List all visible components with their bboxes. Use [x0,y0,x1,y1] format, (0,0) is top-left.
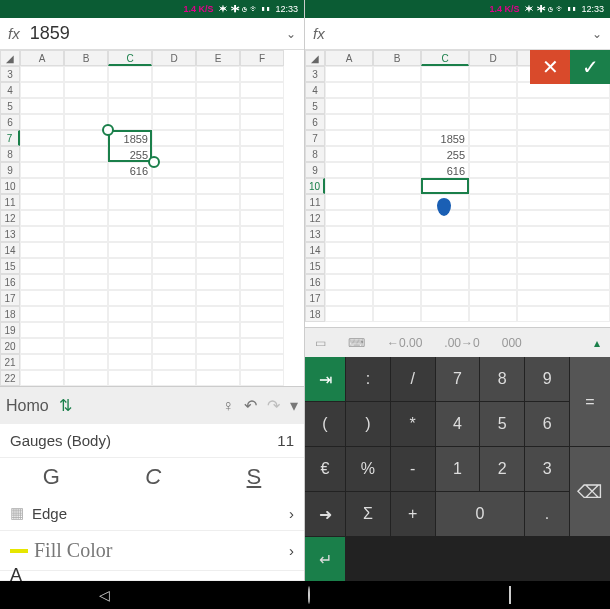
row-header[interactable]: 9 [305,162,325,178]
key-9[interactable]: 9 [525,357,569,401]
more-icon[interactable]: ▾ [290,396,298,415]
multiply-key[interactable]: * [391,402,435,446]
slash-key[interactable]: / [391,357,435,401]
equals-key[interactable]: = [570,357,610,446]
row-header[interactable]: 8 [0,146,20,162]
key-4[interactable]: 4 [436,402,480,446]
row-header[interactable]: 6 [0,114,20,130]
row-header[interactable]: 4 [0,82,20,98]
cancel-button[interactable]: ✕ [530,50,570,84]
row-header[interactable]: 14 [0,242,20,258]
cell-c9[interactable]: 616 [108,162,152,178]
keyboard-mode-icon[interactable]: ⌨ [348,336,365,350]
key-5[interactable]: 5 [480,402,524,446]
row-header[interactable]: 15 [0,258,20,274]
formula-bar[interactable]: fx 1859 ⌄ [0,18,304,50]
row-header[interactable]: 13 [305,226,325,242]
stepper-icon[interactable]: ⇅ [59,396,72,415]
back-button[interactable]: ◁ [99,587,110,603]
key-6[interactable]: 6 [525,402,569,446]
formula-value[interactable]: 1859 [30,23,276,44]
enter-key[interactable]: ↵ [305,537,345,581]
row-header[interactable]: 22 [0,370,20,386]
lparen-key[interactable]: ( [305,402,345,446]
col-header[interactable]: E [196,50,240,66]
row-header[interactable]: 16 [305,274,325,290]
row-header[interactable]: 3 [0,66,20,82]
thousands-icon[interactable]: 000 [502,336,522,350]
row-header[interactable]: 18 [0,306,20,322]
redo-icon[interactable]: ↷ [267,396,280,415]
col-header[interactable]: F [240,50,284,66]
rparen-key[interactable]: ) [346,402,390,446]
col-header[interactable]: B [64,50,108,66]
tab-key[interactable]: ⇥ [305,357,345,401]
row-header[interactable]: 5 [305,98,325,114]
expand-icon[interactable]: ⌄ [286,27,296,41]
bold-style[interactable]: G [43,464,60,490]
row-header[interactable]: 3 [305,66,325,82]
row-header[interactable]: 17 [0,290,20,306]
key-8[interactable]: 8 [480,357,524,401]
fill-color-row[interactable]: Fill Color › [0,531,304,571]
arrow-key[interactable]: ➜ [305,492,345,536]
row-header[interactable]: 8 [305,146,325,162]
row-header[interactable]: 7 [305,130,325,146]
key-0[interactable]: 0 [436,492,525,536]
col-header[interactable]: A [325,50,373,66]
row-header[interactable]: 18 [305,306,325,322]
home-button[interactable] [308,587,310,603]
increase-decimal-icon[interactable]: .00→0 [444,336,479,350]
col-header[interactable]: C [108,50,152,66]
row-header[interactable]: 5 [0,98,20,114]
key-1[interactable]: 1 [436,447,480,491]
row-header[interactable]: 10 [0,178,20,194]
percent-key[interactable]: % [346,447,390,491]
undo-icon[interactable]: ↶ [244,396,257,415]
decimal-key[interactable]: . [525,492,569,536]
edge-row[interactable]: ▦ Edge › [0,496,304,531]
selection-handle[interactable] [102,124,114,136]
row-header[interactable]: 16 [0,274,20,290]
row-header[interactable]: 15 [305,258,325,274]
row-header[interactable]: 12 [0,210,20,226]
confirm-button[interactable]: ✓ [570,50,610,84]
key-3[interactable]: 3 [525,447,569,491]
row-header[interactable]: 4 [305,82,325,98]
row-header[interactable]: 6 [305,114,325,130]
minus-key[interactable]: - [391,447,435,491]
decrease-decimal-icon[interactable]: ←0.00 [387,336,422,350]
key-2[interactable]: 2 [480,447,524,491]
col-header[interactable]: B [373,50,421,66]
row-header[interactable]: 11 [0,194,20,210]
select-all-corner[interactable]: ◢ [305,50,325,66]
select-all-corner[interactable]: ◢ [0,50,20,66]
italic-style[interactable]: C [145,464,161,490]
col-header[interactable]: D [469,50,517,66]
formula-bar[interactable]: fx ⌄ [305,18,610,50]
lightbulb-icon[interactable]: ♀ [222,397,234,415]
selection-handle[interactable] [148,156,160,168]
plus-key[interactable]: + [391,492,435,536]
cell-c7[interactable]: 1859 [421,130,469,146]
row-header[interactable]: 7 [0,130,20,146]
col-header[interactable]: C [421,50,469,66]
collapse-icon[interactable]: ▴ [594,336,600,350]
cell-c9[interactable]: 616 [421,162,469,178]
row-header[interactable]: 21 [0,354,20,370]
expand-icon[interactable]: ⌄ [592,27,602,41]
tablet-mode-icon[interactable]: ▭ [315,336,326,350]
font-color-row[interactable]: A [0,571,304,581]
backspace-key[interactable]: ⌫ [570,447,610,536]
row-header[interactable]: 9 [0,162,20,178]
row-header[interactable]: 19 [0,322,20,338]
underline-style[interactable]: S [247,464,262,490]
cell-c8[interactable]: 255 [421,146,469,162]
font-picker[interactable]: Homo [6,397,49,415]
spreadsheet-grid[interactable]: ◢ A B C D E F 3 4 5 6 71859 8255 9616 10… [0,50,304,386]
row-header[interactable]: 12 [305,210,325,226]
spreadsheet-grid[interactable]: ◢ A B C D 3 4 5 6 71859 8255 9616 10 11 … [305,50,610,327]
sigma-key[interactable]: Σ [346,492,390,536]
row-header[interactable]: 17 [305,290,325,306]
row-header[interactable]: 13 [0,226,20,242]
